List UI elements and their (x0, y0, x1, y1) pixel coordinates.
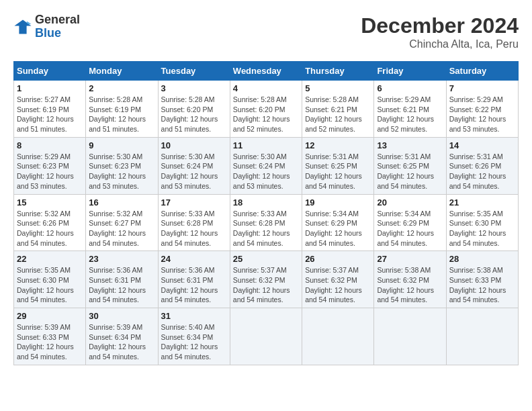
sunrise-text: Sunrise: 5:29 AM (17, 152, 71, 161)
daylight-text: Daylight: 12 hours and 52 minutes. (233, 115, 290, 133)
day-number: 29 (17, 311, 83, 321)
sunset-text: Sunset: 6:29 PM (377, 219, 429, 227)
weekday-header-tuesday: Tuesday (158, 62, 230, 81)
location-title: Chincha Alta, Ica, Peru (361, 38, 519, 50)
daylight-text: Daylight: 12 hours and 53 minutes. (17, 172, 74, 190)
day-detail: Sunrise: 5:33 AM Sunset: 6:28 PM Dayligh… (161, 209, 227, 248)
calendar-week-row: 1 Sunrise: 5:27 AM Sunset: 6:19 PM Dayli… (14, 81, 519, 138)
calendar-cell: 20 Sunrise: 5:34 AM Sunset: 6:29 PM Dayl… (374, 194, 446, 251)
day-detail: Sunrise: 5:30 AM Sunset: 6:24 PM Dayligh… (233, 152, 299, 191)
day-detail: Sunrise: 5:35 AM Sunset: 6:30 PM Dayligh… (17, 265, 83, 305)
title-block: December 2024 Chincha Alta, Ica, Peru (361, 13, 519, 50)
daylight-text: Daylight: 12 hours and 54 minutes. (449, 172, 506, 190)
sunset-text: Sunset: 6:25 PM (377, 162, 429, 170)
calendar-cell (302, 308, 374, 365)
sunrise-text: Sunrise: 5:32 AM (89, 210, 142, 218)
sunrise-text: Sunrise: 5:39 AM (89, 323, 142, 331)
calendar-cell: 4 Sunrise: 5:28 AM Sunset: 6:20 PM Dayli… (230, 81, 302, 138)
sunset-text: Sunset: 6:30 PM (449, 219, 502, 227)
day-number: 3 (161, 83, 227, 93)
sunset-text: Sunset: 6:29 PM (305, 219, 357, 227)
calendar-cell: 24 Sunrise: 5:36 AM Sunset: 6:31 PM Dayl… (158, 251, 230, 308)
day-number: 10 (161, 140, 227, 150)
calendar-cell: 28 Sunrise: 5:38 AM Sunset: 6:33 PM Dayl… (446, 251, 518, 308)
day-detail: Sunrise: 5:31 AM Sunset: 6:26 PM Dayligh… (449, 152, 515, 191)
sunset-text: Sunset: 6:21 PM (377, 105, 429, 113)
day-detail: Sunrise: 5:38 AM Sunset: 6:33 PM Dayligh… (449, 265, 515, 305)
calendar-table: SundayMondayTuesdayWednesdayThursdayFrid… (13, 61, 519, 365)
sunrise-text: Sunrise: 5:30 AM (161, 152, 215, 161)
calendar-cell: 1 Sunrise: 5:27 AM Sunset: 6:19 PM Dayli… (14, 81, 86, 138)
sunset-text: Sunset: 6:34 PM (161, 333, 214, 341)
day-detail: Sunrise: 5:29 AM Sunset: 6:22 PM Dayligh… (449, 95, 515, 134)
day-number: 1 (17, 83, 83, 93)
day-number: 13 (377, 140, 443, 150)
calendar-cell: 10 Sunrise: 5:30 AM Sunset: 6:24 PM Dayl… (158, 137, 230, 194)
day-detail: Sunrise: 5:30 AM Sunset: 6:23 PM Dayligh… (89, 152, 154, 191)
daylight-text: Daylight: 12 hours and 54 minutes. (17, 229, 74, 247)
calendar-cell (230, 308, 302, 365)
page-header: General Blue December 2024 Chincha Alta,… (13, 13, 519, 50)
calendar-cell: 21 Sunrise: 5:35 AM Sunset: 6:30 PM Dayl… (446, 194, 518, 251)
day-number: 7 (449, 83, 515, 93)
logo: General Blue (13, 13, 80, 40)
day-number: 12 (305, 140, 371, 150)
daylight-text: Daylight: 12 hours and 54 minutes. (161, 229, 218, 247)
calendar-cell: 7 Sunrise: 5:29 AM Sunset: 6:22 PM Dayli… (446, 81, 518, 138)
calendar-cell: 18 Sunrise: 5:33 AM Sunset: 6:28 PM Dayl… (230, 194, 302, 251)
sunrise-text: Sunrise: 5:31 AM (377, 152, 431, 161)
calendar-cell: 11 Sunrise: 5:30 AM Sunset: 6:24 PM Dayl… (230, 137, 302, 194)
sunset-text: Sunset: 6:25 PM (305, 162, 357, 170)
sunrise-text: Sunrise: 5:35 AM (17, 266, 71, 274)
weekday-header-thursday: Thursday (302, 62, 374, 81)
calendar-cell: 29 Sunrise: 5:39 AM Sunset: 6:33 PM Dayl… (14, 308, 86, 365)
daylight-text: Daylight: 12 hours and 52 minutes. (377, 115, 434, 133)
calendar-week-row: 15 Sunrise: 5:32 AM Sunset: 6:26 PM Dayl… (14, 194, 519, 251)
sunrise-text: Sunrise: 5:29 AM (377, 95, 431, 103)
sunset-text: Sunset: 6:28 PM (233, 219, 285, 227)
daylight-text: Daylight: 12 hours and 54 minutes. (449, 286, 506, 304)
sunrise-text: Sunrise: 5:32 AM (17, 210, 71, 218)
calendar-cell: 14 Sunrise: 5:31 AM Sunset: 6:26 PM Dayl… (446, 137, 518, 194)
day-detail: Sunrise: 5:35 AM Sunset: 6:30 PM Dayligh… (449, 209, 515, 248)
calendar-cell: 27 Sunrise: 5:38 AM Sunset: 6:32 PM Dayl… (374, 251, 446, 308)
day-detail: Sunrise: 5:29 AM Sunset: 6:23 PM Dayligh… (17, 152, 83, 191)
daylight-text: Daylight: 12 hours and 53 minutes. (161, 172, 218, 190)
sunset-text: Sunset: 6:24 PM (233, 162, 285, 170)
calendar-cell: 6 Sunrise: 5:29 AM Sunset: 6:21 PM Dayli… (374, 81, 446, 138)
sunrise-text: Sunrise: 5:35 AM (449, 210, 503, 218)
day-number: 28 (449, 254, 515, 264)
daylight-text: Daylight: 12 hours and 54 minutes. (449, 229, 506, 247)
day-detail: Sunrise: 5:34 AM Sunset: 6:29 PM Dayligh… (377, 209, 443, 248)
sunset-text: Sunset: 6:22 PM (449, 105, 502, 113)
weekday-header-saturday: Saturday (446, 62, 518, 81)
daylight-text: Daylight: 12 hours and 54 minutes. (233, 286, 290, 304)
sunset-text: Sunset: 6:19 PM (17, 105, 69, 113)
calendar-cell (446, 308, 518, 365)
sunset-text: Sunset: 6:20 PM (233, 105, 285, 113)
day-number: 23 (89, 254, 154, 264)
daylight-text: Daylight: 12 hours and 54 minutes. (305, 229, 362, 247)
sunrise-text: Sunrise: 5:39 AM (17, 323, 71, 331)
calendar-week-row: 29 Sunrise: 5:39 AM Sunset: 6:33 PM Dayl… (14, 308, 519, 365)
sunrise-text: Sunrise: 5:27 AM (17, 95, 71, 103)
daylight-text: Daylight: 12 hours and 54 minutes. (377, 229, 434, 247)
day-number: 11 (233, 140, 299, 150)
calendar-cell: 26 Sunrise: 5:37 AM Sunset: 6:32 PM Dayl… (302, 251, 374, 308)
sunset-text: Sunset: 6:23 PM (17, 162, 69, 170)
svg-marker-0 (14, 19, 31, 34)
calendar-cell: 8 Sunrise: 5:29 AM Sunset: 6:23 PM Dayli… (14, 137, 86, 194)
sunrise-text: Sunrise: 5:33 AM (161, 210, 215, 218)
calendar-cell: 2 Sunrise: 5:28 AM Sunset: 6:19 PM Dayli… (86, 81, 158, 138)
day-number: 14 (449, 140, 515, 150)
day-detail: Sunrise: 5:28 AM Sunset: 6:19 PM Dayligh… (89, 95, 154, 134)
day-number: 5 (305, 83, 371, 93)
daylight-text: Daylight: 12 hours and 54 minutes. (377, 286, 434, 304)
sunrise-text: Sunrise: 5:30 AM (89, 152, 142, 161)
daylight-text: Daylight: 12 hours and 53 minutes. (89, 172, 146, 190)
weekday-header-wednesday: Wednesday (230, 62, 302, 81)
sunset-text: Sunset: 6:23 PM (89, 162, 141, 170)
sunset-text: Sunset: 6:32 PM (377, 276, 429, 284)
daylight-text: Daylight: 12 hours and 54 minutes. (377, 172, 434, 190)
sunrise-text: Sunrise: 5:29 AM (449, 95, 503, 103)
